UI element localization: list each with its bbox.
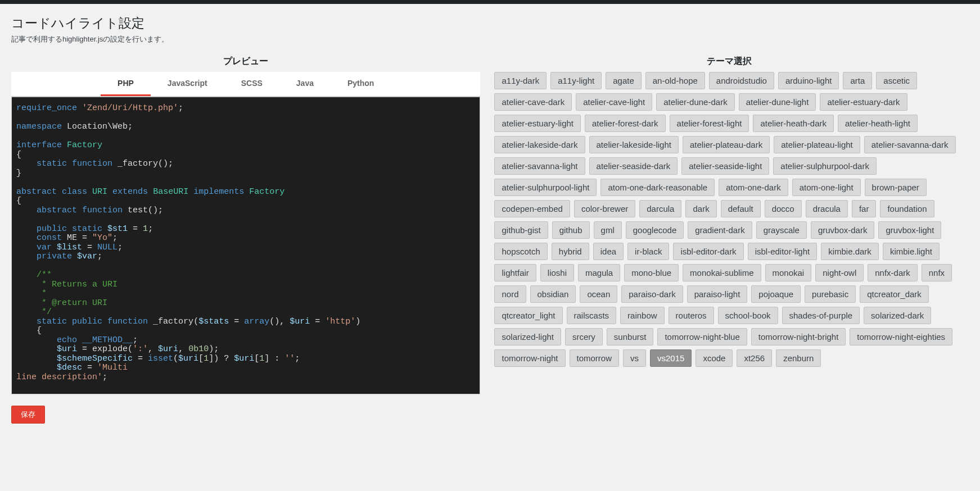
theme-button-rainbow[interactable]: rainbow [620,307,665,324]
code-preview[interactable]: require_once 'Zend/Uri/Http.php'; namesp… [11,97,480,394]
tab-scss[interactable]: SCSS [224,72,279,96]
theme-button-isbl-editor-light[interactable]: isbl-editor-light [748,243,818,260]
theme-button-atelier-plateau-dark[interactable]: atelier-plateau-dark [683,136,770,153]
theme-button-atelier-sulphurpool-dark[interactable]: atelier-sulphurpool-dark [773,157,877,175]
theme-button-atelier-heath-dark[interactable]: atelier-heath-dark [753,115,834,132]
theme-button-solarized-light[interactable]: solarized-light [494,328,561,345]
theme-button-gml[interactable]: gml [594,221,622,239]
theme-button-qtcreator_dark[interactable]: qtcreator_dark [860,285,929,303]
theme-button-tomorrow-night-blue[interactable]: tomorrow-night-blue [657,328,747,345]
theme-button-kimbie.light[interactable]: kimbie.light [883,243,940,260]
theme-button-xcode[interactable]: xcode [696,349,733,367]
theme-button-atom-one-light[interactable]: atom-one-light [792,179,861,196]
theme-button-docco[interactable]: docco [765,200,802,217]
theme-button-dark[interactable]: dark [685,200,716,217]
theme-button-shades-of-purple[interactable]: shades-of-purple [782,307,860,324]
theme-button-googlecode[interactable]: googlecode [626,221,684,239]
tab-java[interactable]: Java [279,72,331,96]
theme-button-mono-blue[interactable]: mono-blue [624,264,679,281]
theme-button-night-owl[interactable]: night-owl [815,264,864,281]
theme-button-monokai-sublime[interactable]: monokai-sublime [683,264,761,281]
theme-button-gruvbox-light[interactable]: gruvbox-light [878,221,941,239]
theme-button-atelier-estuary-dark[interactable]: atelier-estuary-dark [820,93,907,111]
theme-button-github-gist[interactable]: github-gist [494,221,548,239]
theme-button-atelier-sulphurpool-light[interactable]: atelier-sulphurpool-light [494,179,597,196]
theme-button-ocean[interactable]: ocean [580,285,617,303]
theme-button-atelier-seaside-light[interactable]: atelier-seaside-light [681,157,769,175]
theme-button-agate[interactable]: agate [606,72,642,89]
theme-button-school-book[interactable]: school-book [718,307,778,324]
theme-button-purebasic[interactable]: purebasic [805,285,856,303]
theme-button-hopscotch[interactable]: hopscotch [494,243,547,260]
theme-button-atelier-estuary-light[interactable]: atelier-estuary-light [494,115,581,132]
theme-button-tomorrow-night-bright[interactable]: tomorrow-night-bright [751,328,846,345]
theme-button-kimbie.dark[interactable]: kimbie.dark [821,243,879,260]
theme-button-atelier-savanna-light[interactable]: atelier-savanna-light [494,157,585,175]
theme-button-solarized-dark[interactable]: solarized-dark [864,307,931,324]
theme-button-atelier-forest-light[interactable]: atelier-forest-light [670,115,749,132]
theme-button-androidstudio[interactable]: androidstudio [709,72,774,89]
theme-button-lightfair[interactable]: lightfair [494,264,536,281]
theme-button-qtcreator_light[interactable]: qtcreator_light [494,307,562,324]
theme-button-ascetic[interactable]: ascetic [876,72,917,89]
theme-button-magula[interactable]: magula [578,264,620,281]
theme-button-a11y-dark[interactable]: a11y-dark [494,72,547,89]
theme-button-tomorrow[interactable]: tomorrow [570,349,620,367]
theme-button-paraiso-light[interactable]: paraiso-light [687,285,748,303]
theme-button-arta[interactable]: arta [843,72,872,89]
theme-button-an-old-hope[interactable]: an-old-hope [645,72,705,89]
theme-button-paraiso-dark[interactable]: paraiso-dark [621,285,683,303]
theme-button-brown-paper[interactable]: brown-paper [865,179,927,196]
theme-button-atelier-cave-dark[interactable]: atelier-cave-dark [494,93,572,111]
theme-button-foundation[interactable]: foundation [880,200,934,217]
theme-button-zenburn[interactable]: zenburn [776,349,821,367]
theme-button-darcula[interactable]: darcula [639,200,681,217]
theme-button-far[interactable]: far [852,200,877,217]
theme-button-vs[interactable]: vs [623,349,646,367]
theme-button-vs2015[interactable]: vs2015 [650,349,692,367]
theme-button-dracula[interactable]: dracula [806,200,848,217]
theme-button-nnfx-dark[interactable]: nnfx-dark [868,264,918,281]
theme-button-atelier-forest-dark[interactable]: atelier-forest-dark [585,115,666,132]
theme-button-srcery[interactable]: srcery [565,328,603,345]
tab-php[interactable]: PHP [101,72,151,96]
theme-button-idea[interactable]: idea [593,243,624,260]
theme-button-grayscale[interactable]: grayscale [756,221,807,239]
theme-button-lioshi[interactable]: lioshi [540,264,574,281]
theme-button-atelier-dune-light[interactable]: atelier-dune-light [739,93,816,111]
theme-button-nord[interactable]: nord [494,285,526,303]
theme-button-obsidian[interactable]: obsidian [530,285,576,303]
theme-button-monokai[interactable]: monokai [765,264,812,281]
theme-button-atelier-dune-dark[interactable]: atelier-dune-dark [656,93,734,111]
theme-button-pojoaque[interactable]: pojoaque [751,285,801,303]
theme-button-github[interactable]: github [552,221,590,239]
theme-button-atelier-heath-light[interactable]: atelier-heath-light [838,115,918,132]
theme-button-atelier-savanna-dark[interactable]: atelier-savanna-dark [864,136,956,153]
theme-button-hybrid[interactable]: hybrid [552,243,589,260]
theme-button-nnfx[interactable]: nnfx [922,264,952,281]
theme-button-a11y-light[interactable]: a11y-light [550,72,602,89]
theme-button-gruvbox-dark[interactable]: gruvbox-dark [811,221,875,239]
theme-button-atelier-plateau-light[interactable]: atelier-plateau-light [774,136,860,153]
theme-button-atelier-cave-light[interactable]: atelier-cave-light [576,93,652,111]
save-button[interactable]: 保存 [11,406,45,424]
theme-button-default[interactable]: default [721,200,761,217]
theme-button-routeros[interactable]: routeros [669,307,714,324]
theme-button-atelier-lakeside-light[interactable]: atelier-lakeside-light [589,136,679,153]
theme-button-gradient-dark[interactable]: gradient-dark [688,221,752,239]
theme-button-tomorrow-night-eighties[interactable]: tomorrow-night-eighties [850,328,952,345]
theme-button-color-brewer[interactable]: color-brewer [574,200,635,217]
theme-button-atom-one-dark-reasonable[interactable]: atom-one-dark-reasonable [600,179,715,196]
theme-button-ir-black[interactable]: ir-black [627,243,669,260]
theme-button-xt256[interactable]: xt256 [737,349,772,367]
theme-button-sunburst[interactable]: sunburst [607,328,654,345]
tab-javascript[interactable]: JavaScript [151,72,224,96]
theme-button-isbl-editor-dark[interactable]: isbl-editor-dark [673,243,743,260]
theme-button-atelier-seaside-dark[interactable]: atelier-seaside-dark [589,157,678,175]
theme-button-arduino-light[interactable]: arduino-light [778,72,839,89]
theme-button-codepen-embed[interactable]: codepen-embed [494,200,570,217]
theme-button-atom-one-dark[interactable]: atom-one-dark [719,179,788,196]
theme-button-tomorrow-night[interactable]: tomorrow-night [494,349,565,367]
theme-button-railscasts[interactable]: railscasts [567,307,617,324]
tab-python[interactable]: Python [331,72,391,96]
